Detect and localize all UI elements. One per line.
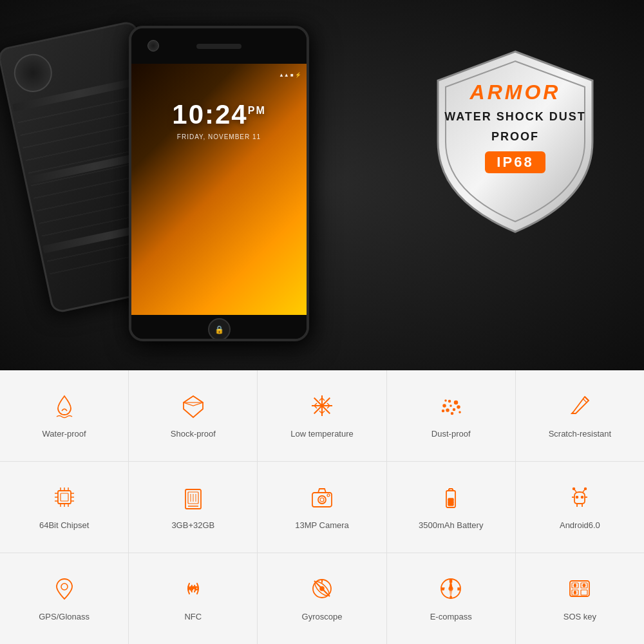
svg-point-60 bbox=[576, 497, 578, 498]
svg-point-50 bbox=[318, 496, 326, 504]
svg-point-23 bbox=[459, 412, 460, 413]
brand-name: ARMOR bbox=[425, 80, 605, 104]
water-proof-label: Water-proof bbox=[43, 429, 86, 439]
android-label: Android6.0 bbox=[560, 520, 600, 530]
svg-rect-29 bbox=[58, 491, 71, 504]
svg-point-15 bbox=[443, 404, 446, 407]
feature-e-compass[interactable]: N E W S E-compass bbox=[387, 553, 516, 644]
camera-icon bbox=[309, 484, 335, 514]
feature-sos-key[interactable]: S O S SOS key bbox=[516, 553, 644, 644]
svg-marker-80 bbox=[450, 587, 452, 596]
shield-container: ARMOR WATER SHOCK DUST PROOF IP68 bbox=[425, 45, 605, 238]
feature-dust-proof[interactable]: Dust-proof bbox=[387, 370, 516, 461]
chipset-icon bbox=[52, 484, 77, 514]
android-icon bbox=[567, 484, 592, 514]
battery-icon bbox=[438, 484, 464, 514]
feature-gyroscope[interactable]: Gyroscope bbox=[258, 553, 386, 644]
features-section: Water-proof Shock-proof bbox=[0, 370, 644, 644]
feature-13mp-camera[interactable]: 13MP Camera bbox=[258, 462, 386, 553]
memory-label: 3GB+32GB bbox=[171, 520, 214, 530]
nfc-icon: NFC bbox=[180, 576, 206, 605]
feature-water-proof[interactable]: Water-proof bbox=[0, 370, 129, 461]
svg-point-19 bbox=[453, 409, 455, 411]
ip68-badge: IP68 bbox=[485, 151, 545, 173]
dust-proof-label: Dust-proof bbox=[431, 429, 471, 439]
shield-line1: WATER SHOCK DUST bbox=[425, 109, 605, 124]
water-proof-icon bbox=[52, 393, 77, 422]
svg-point-20 bbox=[457, 406, 460, 408]
scratch-resistant-icon bbox=[567, 393, 592, 422]
dust-proof-icon bbox=[438, 393, 464, 422]
features-row-2: 64Bit Chipset 3GB+32GB bbox=[0, 462, 644, 553]
status-bar: ▲▲ ■ ⚡ bbox=[131, 70, 307, 80]
sos-icon: S O S bbox=[567, 576, 592, 605]
low-temperature-label: Low temperature bbox=[290, 429, 354, 439]
svg-point-24 bbox=[451, 413, 453, 415]
svg-point-51 bbox=[320, 498, 324, 502]
svg-marker-0 bbox=[184, 396, 203, 417]
phone-screen: ▲▲ ■ ⚡ 10:24PM FRIDAY, NOVEMBER 11 bbox=[131, 64, 307, 315]
phone-front: ▲▲ ■ ⚡ 10:24PM FRIDAY, NOVEMBER 11 bbox=[129, 26, 309, 341]
svg-text:E: E bbox=[458, 587, 460, 591]
low-temperature-icon bbox=[309, 393, 335, 422]
front-camera bbox=[147, 40, 159, 52]
svg-point-70 bbox=[61, 583, 68, 590]
feature-3500mah-battery[interactable]: 3500mAh Battery bbox=[387, 462, 516, 553]
svg-point-68 bbox=[573, 488, 575, 490]
phones-container: ▲▲ ■ ⚡ 10:24PM FRIDAY, NOVEMBER 11 bbox=[0, 0, 386, 370]
svg-text:NFC: NFC bbox=[188, 585, 199, 591]
chipset-label: 64Bit Chipset bbox=[39, 520, 89, 530]
compass-label: E-compass bbox=[430, 612, 472, 621]
svg-text:O: O bbox=[583, 583, 585, 587]
svg-rect-30 bbox=[61, 493, 68, 501]
phone-bottom bbox=[131, 315, 307, 341]
svg-rect-89 bbox=[581, 590, 587, 595]
gps-label: GPS/Glonass bbox=[39, 612, 90, 621]
scratch-resistant-label: Scratch-resistant bbox=[549, 429, 612, 439]
svg-line-28 bbox=[583, 399, 587, 402]
shield-line2: PROOF bbox=[425, 129, 605, 144]
phone-date: FRIDAY, NOVEMBER 11 bbox=[177, 133, 261, 140]
feature-3gb-32gb[interactable]: 3GB+32GB bbox=[129, 462, 258, 553]
svg-text:S: S bbox=[450, 596, 452, 599]
svg-rect-59 bbox=[448, 504, 453, 506]
svg-text:W: W bbox=[442, 587, 444, 591]
svg-point-21 bbox=[450, 405, 451, 406]
nfc-label: NFC bbox=[184, 612, 202, 621]
feature-android60[interactable]: Android6.0 bbox=[516, 462, 644, 553]
gyroscope-icon bbox=[309, 576, 335, 605]
sos-label: SOS key bbox=[564, 612, 596, 621]
svg-point-22 bbox=[442, 410, 444, 412]
feature-gps-glonass[interactable]: GPS/Glonass bbox=[0, 553, 129, 644]
shock-proof-label: Shock-proof bbox=[171, 429, 216, 439]
phone-time: 10:24PM bbox=[172, 99, 265, 130]
home-button bbox=[208, 318, 231, 341]
svg-rect-49 bbox=[312, 493, 332, 507]
gps-icon bbox=[52, 576, 77, 605]
compass-icon: N E W S bbox=[438, 576, 464, 605]
feature-scratch-resistant[interactable]: Scratch-resistant bbox=[516, 370, 644, 461]
battery-label: 3500mAh Battery bbox=[419, 520, 483, 530]
svg-text:S: S bbox=[574, 591, 577, 594]
svg-point-61 bbox=[582, 497, 583, 498]
svg-point-69 bbox=[585, 488, 587, 490]
features-row-1: Water-proof Shock-proof bbox=[0, 370, 644, 462]
gyroscope-label: Gyroscope bbox=[302, 612, 343, 621]
camera-label: 13MP Camera bbox=[295, 520, 349, 530]
feature-low-temperature[interactable]: Low temperature bbox=[258, 370, 386, 461]
svg-text:S: S bbox=[574, 583, 577, 587]
svg-point-25 bbox=[445, 400, 446, 401]
armor-shield: ARMOR WATER SHOCK DUST PROOF IP68 bbox=[425, 45, 605, 238]
feature-64bit-chipset[interactable]: 64Bit Chipset bbox=[0, 462, 129, 553]
svg-point-18 bbox=[446, 409, 449, 412]
feature-shock-proof[interactable]: Shock-proof bbox=[129, 370, 258, 461]
shock-proof-icon bbox=[180, 393, 206, 422]
svg-marker-1 bbox=[184, 396, 203, 406]
feature-nfc[interactable]: NFC NFC bbox=[129, 553, 258, 644]
svg-point-52 bbox=[327, 494, 330, 497]
shield-text: ARMOR WATER SHOCK DUST PROOF IP68 bbox=[425, 80, 605, 173]
svg-point-17 bbox=[455, 401, 458, 404]
svg-text:N: N bbox=[450, 579, 452, 583]
features-row-3: GPS/Glonass NFC NFC bbox=[0, 553, 644, 644]
memory-icon bbox=[180, 484, 206, 514]
